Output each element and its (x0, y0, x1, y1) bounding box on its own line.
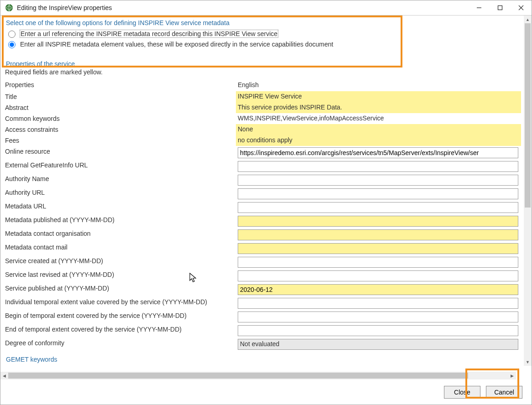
properties-section-header: Properties of the service (6, 60, 524, 68)
close-window-button[interactable] (511, 0, 532, 15)
col-header-english: English (236, 78, 521, 91)
gemet-keywords-header: GEMET keywords (6, 356, 524, 363)
input-service-revised[interactable] (238, 270, 518, 281)
label-begin-temporal: Begin of temporal extent covered by the … (3, 310, 231, 324)
input-service-created[interactable] (238, 257, 518, 268)
vscroll-down-icon[interactable]: ▼ (524, 358, 532, 366)
vscroll-up-icon[interactable]: ▲ (524, 16, 532, 23)
dialog-window: Editing the InspireView properties Selec… (0, 0, 532, 405)
label-end-temporal: End of temporal extent covered by the se… (3, 324, 231, 338)
value-keywords[interactable]: WMS,INSPIRE,ViewService,infoMapAccessSer… (236, 113, 521, 124)
label-online-resource: Online resource (3, 146, 231, 160)
input-metadata-url[interactable] (238, 202, 518, 213)
input-metadata-published[interactable] (238, 216, 518, 227)
value-title[interactable]: INSPIRE View Service (236, 91, 521, 102)
label-ext-gfi: External GetFeatureInfo URL (3, 160, 231, 173)
label-auth-name: Authority Name (3, 173, 231, 187)
value-abstract[interactable]: This service provides INSPIRE Data. (236, 102, 521, 113)
input-ext-gfi[interactable] (238, 161, 518, 172)
label-service-created: Service created at (YYYY-MM-DD) (3, 255, 231, 269)
label-abstract: Abstract (3, 102, 231, 113)
radio-url-label[interactable]: Enter a url referencing the INSPIRE meta… (20, 30, 278, 38)
input-auth-name[interactable] (238, 175, 518, 186)
minimize-button[interactable] (469, 0, 490, 15)
hscroll-track[interactable] (8, 372, 508, 379)
vertical-scrollbar[interactable]: ▲ ▼ (524, 16, 532, 366)
label-metadata-published: Metadata published at (YYYY-MM-DD) (3, 214, 231, 228)
input-service-published[interactable] (238, 284, 518, 295)
svg-point-0 (5, 4, 13, 11)
required-note: Required fields are marked yellow. (5, 68, 524, 76)
value-fees[interactable]: no conditions apply (236, 135, 521, 146)
input-auth-url[interactable] (238, 188, 518, 199)
close-button[interactable]: Close (444, 386, 480, 399)
label-metadata-url: Metadata URL (3, 201, 231, 214)
vscroll-thumb[interactable] (525, 23, 531, 208)
label-ind-temporal: Individual temporal extent value covered… (3, 296, 231, 310)
cancel-button[interactable]: Cancel (486, 386, 522, 399)
titlebar: Editing the InspireView properties (0, 0, 532, 15)
input-end-temporal[interactable] (238, 325, 518, 336)
hscroll-left-icon[interactable]: ◀ (0, 372, 8, 379)
radio-url-option[interactable] (8, 31, 16, 38)
value-access[interactable]: None (236, 124, 521, 135)
input-begin-temporal[interactable] (238, 312, 518, 322)
label-metadata-org: Metadata contact organisation (3, 228, 231, 242)
radio-values-label[interactable]: Enter all INSPIRE metadata element value… (20, 41, 334, 48)
svg-rect-2 (498, 6, 502, 10)
metadata-option-heading: Select one of the following options for … (6, 19, 516, 26)
label-auth-url: Authority URL (3, 187, 231, 201)
metadata-option-group: Select one of the following options for … (3, 17, 519, 54)
hscroll-right-icon[interactable]: ▶ (508, 372, 516, 379)
window-title: Editing the InspireView properties (17, 4, 469, 11)
value-conformity[interactable]: Not evaluated (238, 339, 518, 350)
properties-grid: Properties English Title INSPIRE View Se… (3, 78, 521, 351)
label-access: Access constraints (3, 124, 231, 135)
input-metadata-org[interactable] (238, 229, 518, 240)
label-metadata-mail: Metadata contact mail (3, 242, 231, 255)
input-metadata-mail[interactable] (238, 243, 518, 254)
label-conformity: Degree of conformity (3, 338, 231, 351)
hscroll-thumb[interactable] (8, 373, 468, 379)
label-fees: Fees (3, 135, 231, 146)
label-keywords: Common keywords (3, 113, 231, 124)
dialog-button-bar: Close Cancel (0, 379, 532, 405)
label-service-revised: Service last revised at (YYYY-MM-DD) (3, 269, 231, 283)
col-header-properties: Properties (3, 78, 231, 91)
label-service-published: Service published at (YYYY-MM-DD) (3, 283, 231, 296)
input-ind-temporal[interactable] (238, 298, 518, 309)
vscroll-track[interactable] (524, 23, 532, 358)
radio-values-option[interactable] (8, 41, 16, 48)
app-icon (5, 4, 13, 12)
maximize-button[interactable] (490, 0, 511, 15)
label-title: Title (3, 91, 231, 102)
input-online-resource[interactable] (238, 147, 518, 158)
